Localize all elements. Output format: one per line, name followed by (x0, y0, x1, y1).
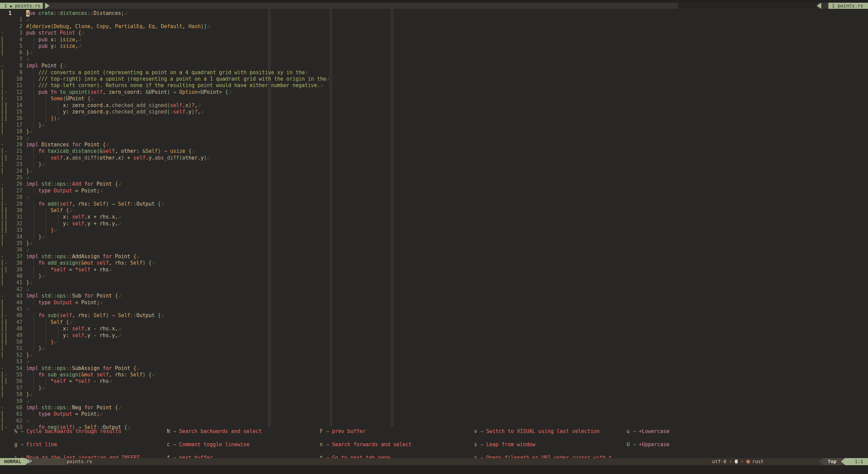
code-line[interactable]: ││14 x: zero_coord.x.checked_add_signed(… (0, 102, 868, 109)
code-line[interactable]: 42↲ (0, 286, 868, 293)
code-line[interactable]: ││50 }↲ (0, 339, 868, 346)
code-line[interactable]: │51 }↲ (0, 345, 868, 352)
code-line[interactable]: -26impl std::ops::Add for Point {↲ (0, 181, 868, 188)
fold-column[interactable]: │ (1, 240, 4, 247)
tab-points-rs[interactable]: 1 ● points.rs (0, 3, 43, 9)
whichkey-binding[interactable]: % → Cycle backwards through results (9, 428, 140, 435)
code-line[interactable]: ││49 y: self.y - rhs.y,↲ (0, 332, 868, 339)
code-line[interactable]: │-13 Some(UPoint {↲ (0, 96, 868, 102)
fold-column[interactable]: │ (1, 76, 4, 82)
code-line[interactable]: ││39 *self = *self + rhs↲ (0, 267, 868, 273)
fold-column[interactable]: │ (1, 300, 4, 306)
code-line[interactable]: │-12 pub fn to_upoint(self, zero_coord: … (0, 89, 868, 96)
code-line[interactable]: │17 }↲ (0, 122, 868, 129)
code-line[interactable]: │23 }↲ (0, 161, 868, 168)
fold-column[interactable]: │ (1, 161, 4, 168)
fold-column[interactable]: - (1, 63, 4, 69)
code-line[interactable]: ││16 })↲ (0, 115, 868, 122)
code-line[interactable]: ││56 *self = *self - rhs↲ (0, 378, 868, 385)
code-line[interactable]: 59↲ (0, 398, 868, 405)
fold-column[interactable]: │ (1, 234, 4, 240)
fold-column[interactable]: │ (1, 188, 4, 194)
code-line[interactable]: │44 type Output = Point;↲ (0, 300, 868, 306)
code-line[interactable]: │40 }↲ (0, 273, 868, 280)
whichkey-binding[interactable]: g → First line (9, 441, 140, 448)
whichkey-binding[interactable]: v → Switch to VISUAL using last selectio… (469, 428, 618, 435)
fold-column[interactable]: │ (1, 418, 4, 424)
fold-column[interactable]: │ (1, 352, 4, 358)
code-line[interactable]: 2#[derive(Debug, Clone, Copy, PartialEq,… (0, 23, 868, 30)
code-line[interactable]: │35}↲ (0, 240, 868, 247)
code-line[interactable]: ││47 Self {↲ (0, 319, 868, 326)
code-line[interactable]: -8impl Point {↲ (0, 63, 868, 69)
code-line[interactable]: ││33 }↲ (0, 227, 868, 234)
code-line[interactable]: │57 }↲ (0, 385, 868, 392)
whichkey-binding[interactable]: U → +Uppercase (622, 441, 669, 448)
code-line[interactable]: 1use crate::distances::Distances;↲u (0, 10, 868, 17)
code-line[interactable]: │-38 fn add_assign(&mut self, rhs: Self)… (0, 260, 868, 267)
code-line[interactable]: │28↲ (0, 194, 868, 201)
code-line[interactable]: │5 pub y: isize,↲ (0, 43, 868, 50)
code-line[interactable]: ││22 self.x.abs_diff(other.x) + self.y.a… (0, 155, 868, 162)
code-line[interactable]: ││32 y: self.y + rhs.y,↲ (0, 221, 868, 227)
code-line[interactable]: │-55 fn sub_assign(&mut self, rhs: Self)… (0, 372, 868, 378)
fold-column[interactable]: │ (1, 43, 4, 49)
fold-column[interactable]: - (1, 30, 4, 36)
fold-column[interactable]: │ (1, 37, 4, 43)
fold-column[interactable]: - (1, 142, 4, 148)
fold-column[interactable]: - (1, 253, 4, 260)
code-line[interactable]: │45↲ (0, 306, 868, 313)
fold-column[interactable]: - (1, 405, 4, 411)
fold-column[interactable]: │ (1, 345, 4, 352)
code-line[interactable]: │-46 fn sub(self, rhs: Self) → Self::Out… (0, 312, 868, 319)
code-line[interactable]: 36↲ (0, 247, 868, 253)
fold-column[interactable]: │ (1, 411, 4, 417)
whichkey-binding[interactable]: F → prev buffer (315, 428, 412, 435)
code-line[interactable]: │34 }↲ (0, 234, 868, 241)
code-line[interactable]: -3pub struct Point {↲ (0, 30, 868, 37)
code-line[interactable]: 25↲ (0, 174, 868, 181)
code-line[interactable]: 19↲ (0, 135, 868, 142)
fold-column[interactable]: │ (1, 273, 4, 280)
code-line[interactable]: │18}↲ (0, 128, 868, 135)
code-line[interactable]: │11 /// top-left corner). Returns none i… (0, 82, 868, 89)
code-line[interactable]: │24}↲ (0, 168, 868, 175)
fold-column[interactable]: │ (1, 385, 4, 391)
code-line[interactable]: │10 /// top-right) into a upoint (repres… (0, 76, 868, 83)
code-line[interactable]: │62↲ (0, 418, 868, 425)
code-line[interactable]: ││30 Self {↲ (0, 207, 868, 214)
code-line[interactable]: -54impl std::ops::SubAssign for Point {↲ (0, 365, 868, 372)
code-line[interactable]: 1↲ (0, 17, 868, 23)
code-line[interactable]: │27 type Output = Point;↲ (0, 188, 868, 194)
whichkey-binding[interactable]: u → +Lowercase (622, 428, 669, 435)
code-line[interactable]: -43impl std::ops::Sub for Point {↲ (0, 293, 868, 300)
code-line[interactable]: ││31 x: self.x + rhs.x,↲ (0, 214, 868, 221)
code-line[interactable]: 53↲ (0, 358, 868, 365)
fold-column[interactable]: │ (1, 69, 4, 76)
code-line[interactable]: │58}↲ (0, 391, 868, 398)
fold-column[interactable]: │ (1, 391, 4, 398)
whichkey-binding[interactable]: n → Search forwards and select (315, 441, 412, 448)
tabpage-indicator[interactable]: 1 points.rs (828, 3, 868, 9)
code-line[interactable]: -60impl std::ops::Neg for Point {↲ (0, 405, 868, 411)
code-line[interactable]: ││15 y: zero_coord.y.checked_add_signed(… (0, 109, 868, 116)
code-line[interactable]: -20impl Distances for Point {↲ (0, 142, 868, 148)
fold-column[interactable]: │ (1, 168, 4, 174)
fold-column[interactable]: - (1, 365, 4, 372)
code-line[interactable]: │-21 fn taxicab_distance(&self, other: &… (0, 148, 868, 155)
fold-column[interactable]: │ (1, 82, 4, 89)
code-line[interactable]: │52}↲ (0, 352, 868, 359)
code-line[interactable]: 7↲ (0, 56, 868, 63)
command-line[interactable]: g <bs> go up one level <esc> close (0, 465, 868, 474)
whichkey-binding[interactable]: s → Leap from window (469, 441, 618, 448)
whichkey-binding[interactable]: c → Comment toggle linewise (162, 441, 262, 448)
fold-column[interactable]: │ (1, 194, 4, 201)
code-line[interactable]: │9 /// converts a point (representing a … (0, 69, 868, 76)
code-line[interactable]: │6}↲ (0, 49, 868, 56)
code-line[interactable]: ││48 x: self.x - rhs.x,↲ (0, 326, 868, 332)
whichkey-binding[interactable]: N → Search backwards and select (162, 428, 262, 435)
code-line[interactable]: │61 type Output = Point;↲ (0, 411, 868, 418)
code-line[interactable]: │4 pub x: isize,↲ (0, 37, 868, 43)
fold-column[interactable]: │ (1, 280, 4, 286)
fold-column[interactable]: │ (1, 306, 4, 312)
